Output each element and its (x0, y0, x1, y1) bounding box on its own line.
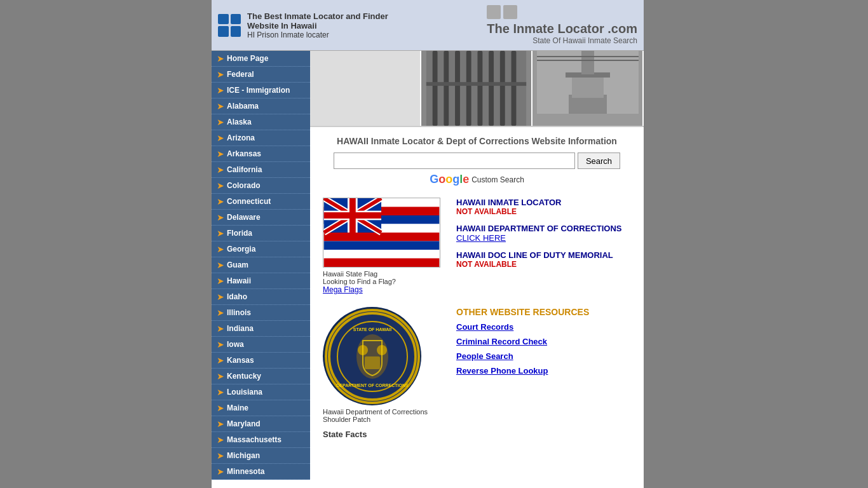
svg-rect-4 (466, 51, 471, 126)
flag-caption-line1: Hawaii State Flag (323, 270, 444, 278)
sidebar-item[interactable]: ➤Idaho (212, 289, 310, 305)
sidebar-item[interactable]: ➤Kentucky (212, 369, 310, 384)
nav-arrow-icon: ➤ (217, 69, 224, 79)
nav-arrow-icon: ➤ (217, 228, 224, 238)
svg-rect-43 (365, 356, 380, 369)
nav-list: ➤Home Page➤Federal➤ICE - Immigration➤Ala… (212, 51, 310, 480)
sidebar-item[interactable]: ➤Alabama (212, 98, 310, 114)
resource-link[interactable]: Reverse Phone Lookup (456, 366, 631, 376)
patch-area: STATE OF HAWAII DEPARTMENT OF CORRECTION… (323, 307, 444, 423)
links-area: HAWAII INMATE LOCATOR NOT AVAILABLE HAWA… (456, 198, 631, 294)
svg-rect-15 (537, 114, 639, 126)
sidebar-item[interactable]: ➤Florida (212, 226, 310, 241)
site-header: The Best Inmate Locator and Finder Websi… (212, 0, 644, 51)
search-form: Search (323, 152, 631, 169)
sidebar-item[interactable]: ➤Arkansas (212, 146, 310, 162)
nav-arrow-icon: ➤ (217, 339, 224, 349)
search-input[interactable] (334, 152, 575, 169)
flag-link[interactable]: Mega Flags (323, 285, 363, 294)
flag-caption: Hawaii State Flag Looking to Find a Flag… (323, 270, 444, 294)
patch-caption: Hawaii Department of Corrections Shoulde… (323, 408, 444, 423)
search-button[interactable]: Search (578, 152, 620, 169)
nav-label: Guam (227, 261, 248, 269)
nav-label: Colorado (227, 181, 261, 190)
nav-label: Arizona (227, 133, 255, 142)
sidebar-item[interactable]: ➤Hawaii (212, 273, 310, 289)
svg-rect-6 (489, 51, 494, 126)
dept-corrections-link[interactable]: CLICK HERE (456, 233, 506, 243)
nav-label: Idaho (227, 292, 247, 301)
sidebar-item[interactable]: ➤Illinois (212, 305, 310, 321)
sidebar-item[interactable]: ➤Maine (212, 400, 310, 416)
resource-link[interactable]: Court Records (456, 322, 631, 332)
inmate-locator-status: NOT AVAILABLE (456, 207, 631, 216)
nav-arrow-icon: ➤ (217, 196, 224, 207)
nav-arrow-icon: ➤ (217, 53, 224, 64)
sidebar-item[interactable]: ➤Maryland (212, 416, 310, 432)
svg-rect-1 (433, 51, 438, 126)
nav-arrow-icon: ➤ (217, 276, 224, 286)
nav-arrow-icon: ➤ (217, 292, 224, 302)
nav-arrow-icon: ➤ (217, 466, 224, 477)
google-logo: Google (430, 173, 469, 186)
site-state: State Of Hawaii Inmate Search (487, 36, 637, 45)
nav-label: Louisiana (227, 388, 262, 396)
nav-label: Minnesota (227, 467, 264, 476)
sidebar-item[interactable]: ➤Georgia (212, 241, 310, 257)
resource-link[interactable]: Criminal Record Check (456, 337, 631, 346)
google-bar: Google Custom Search (323, 173, 631, 186)
sidebar-item[interactable]: ➤ICE - Immigration (212, 83, 310, 98)
nav-arrow-icon: ➤ (217, 451, 224, 461)
doc-memorial-section: HAWAII DOC LINE OF DUTY MEMORIAL NOT AVA… (456, 250, 631, 269)
svg-rect-3 (455, 51, 460, 126)
nav-arrow-icon: ➤ (217, 133, 224, 143)
nav-arrow-icon: ➤ (217, 435, 224, 445)
nav-label: Indiana (227, 324, 254, 333)
doc-memorial-title: HAWAII DOC LINE OF DUTY MEMORIAL (456, 250, 631, 260)
sidebar-item[interactable]: ➤Home Page (212, 51, 310, 67)
sidebar-item[interactable]: ➤Michigan (212, 448, 310, 464)
resources-title: OTHER WEBSITE RESOURCES (456, 307, 631, 317)
state-facts-label: State Facts (323, 430, 367, 439)
nav-label: California (227, 165, 262, 174)
svg-rect-0 (426, 51, 526, 126)
doc-memorial-status: NOT AVAILABLE (456, 260, 631, 269)
svg-text:STATE OF HAWAII: STATE OF HAWAII (353, 327, 391, 332)
svg-rect-9 (426, 82, 526, 86)
header-title: The Best Inmate Locator and Finder (247, 11, 487, 21)
sidebar-item[interactable]: ➤Alaska (212, 114, 310, 130)
svg-rect-12 (572, 76, 604, 98)
nav-label: Michigan (227, 451, 260, 460)
info-section: Hawaii State Flag Looking to Find a Flag… (310, 191, 644, 301)
header-subtitle: Website In Hawaii (247, 21, 487, 30)
resource-link[interactable]: People Search (456, 351, 631, 361)
sidebar-item[interactable]: ➤Minnesota (212, 464, 310, 480)
flag-area: Hawaii State Flag Looking to Find a Flag… (323, 198, 444, 294)
nav-label: Alabama (227, 102, 259, 111)
sidebar-item[interactable]: ➤Kansas (212, 353, 310, 369)
nav-label: Maine (227, 403, 248, 412)
sidebar-item[interactable]: ➤Guam (212, 257, 310, 273)
nav-label: Hawaii (227, 276, 251, 285)
sidebar-item[interactable]: ➤Connecticut (212, 194, 310, 210)
patch-caption-line1: Hawaii Department of Corrections (323, 408, 444, 416)
inmate-locator-title: HAWAII INMATE LOCATOR (456, 198, 631, 207)
sidebar-item[interactable]: ➤Colorado (212, 178, 310, 194)
resource-links-list: Court RecordsCriminal Record CheckPeople… (456, 322, 631, 376)
sidebar-item[interactable]: ➤Delaware (212, 210, 310, 226)
sidebar-item[interactable]: ➤Louisiana (212, 384, 310, 400)
nav-label: Home Page (227, 54, 268, 63)
sidebar-item[interactable]: ➤Indiana (212, 321, 310, 337)
sidebar-item[interactable]: ➤Iowa (212, 337, 310, 353)
resources-section: STATE OF HAWAII DEPARTMENT OF CORRECTION… (310, 301, 644, 430)
nav-arrow-icon: ➤ (217, 323, 224, 334)
sidebar-item[interactable]: ➤Federal (212, 67, 310, 83)
sidebar: ➤Home Page➤Federal➤ICE - Immigration➤Ala… (212, 51, 310, 480)
sidebar-item[interactable]: ➤California (212, 162, 310, 178)
nav-arrow-icon: ➤ (217, 165, 224, 175)
nav-arrow-icon: ➤ (217, 355, 224, 365)
sidebar-item[interactable]: ➤Massachusetts (212, 432, 310, 448)
body-wrap: ➤Home Page➤Federal➤ICE - Immigration➤Ala… (212, 51, 644, 480)
nav-label: Alaska (227, 118, 252, 126)
sidebar-item[interactable]: ➤Arizona (212, 130, 310, 146)
